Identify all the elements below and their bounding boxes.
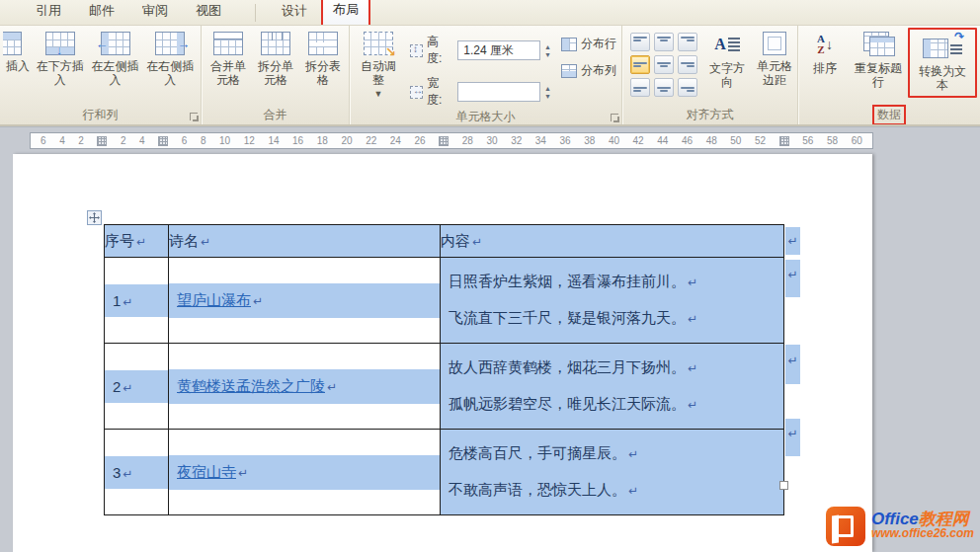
row-height-input[interactable]: 1.24 厘米	[457, 40, 540, 60]
poems-table[interactable]: 序号↵ 诗名↵ 内容↵ 1↵ 望庐山瀑布↵ 日照香炉生紫烟，遥看瀑布挂前川。↵ …	[104, 224, 784, 515]
table-boundary-marker	[779, 136, 789, 146]
table-resize-handle[interactable]	[779, 481, 788, 490]
tab-table-layout[interactable]: 布局	[321, 0, 370, 25]
cell-poem-title[interactable]: 黄鹤楼送孟浩然之广陵↵	[169, 344, 441, 430]
align-top-center-button[interactable]	[654, 33, 674, 51]
ruler-tick-label: 2	[121, 135, 126, 146]
cell-poem-title[interactable]: 夜宿山寺↵	[169, 430, 441, 515]
rows-columns-dialog-launcher[interactable]	[190, 113, 198, 120]
repeat-header-rows-icon	[863, 32, 893, 57]
convert-to-text-annotation-box: ↷ 转换为文本	[908, 28, 977, 98]
group-label-rows-columns: 行和列	[83, 107, 119, 123]
poem-link[interactable]: 夜宿山寺	[177, 463, 236, 480]
repeat-header-rows-button[interactable]: 重复标题行	[849, 28, 908, 92]
ruler-tick-label: 28	[462, 135, 473, 146]
header-cell-content[interactable]: 内容↵	[441, 225, 784, 258]
ruler-tick-label: 44	[657, 135, 668, 146]
tab-references[interactable]: 引用	[22, 0, 75, 25]
text-direction-icon: A	[714, 32, 740, 57]
contextual-tab-divider	[255, 4, 256, 22]
cell-poem-content[interactable]: 故人西辞黄鹤楼，烟花三月下扬州。↵ 孤帆远影碧空尽，唯见长江天际流。↵	[441, 344, 784, 430]
align-center-right-button[interactable]	[678, 55, 697, 74]
group-label-merge: 合并	[264, 107, 287, 123]
insert-left-button[interactable]: ← 在左侧插入	[88, 28, 143, 90]
distribute-rows-button[interactable]: 分布行	[561, 36, 616, 52]
ruler-tick-label: 4	[59, 135, 65, 146]
ribbon-tab-bar: 引用 邮件 审阅 视图 设计 布局	[0, 0, 980, 26]
tab-table-design[interactable]: 设计	[268, 0, 321, 25]
group-data: AZ ↓ 排序 重复标题行	[798, 26, 980, 124]
convert-to-text-button[interactable]: ↷ 转换为文本	[911, 31, 974, 95]
cell-margins-button[interactable]: 单元格边距	[751, 28, 798, 90]
table-row: 3↵ 夜宿山寺↵ 危楼高百尺，手可摘星辰。↵ 不敢高声语，恐惊天上人。↵	[105, 430, 784, 515]
cell-row-number[interactable]: 3↵	[105, 430, 169, 515]
merge-cells-button[interactable]: 合并单元格	[204, 28, 252, 90]
row-end-marker: ↵	[785, 227, 800, 255]
column-width-label: 宽度:	[427, 75, 453, 109]
align-bottom-right-button[interactable]	[678, 78, 697, 97]
watermark: Office教程网 www.office26.com	[826, 507, 974, 546]
insert-right-icon: →	[155, 32, 185, 55]
split-cells-button[interactable]: 拆分单元格	[252, 28, 299, 90]
sort-button[interactable]: AZ ↓ 排序	[801, 28, 849, 77]
ruler-tick-label: 8	[201, 135, 206, 146]
office-logo-icon	[826, 507, 865, 546]
horizontal-ruler[interactable]: 6422468101214161820222426283032343638404…	[30, 132, 873, 149]
align-bottom-center-button[interactable]	[654, 78, 674, 97]
ruler-tick-label: 2	[78, 135, 84, 146]
cell-row-number[interactable]: 2↵	[105, 344, 169, 430]
autofit-button[interactable]: ↘ 自动调整 ▼	[353, 28, 404, 99]
insert-below-icon: ↓	[45, 32, 75, 55]
group-label-cell-size: 单元格大小	[456, 109, 516, 125]
cell-poem-content[interactable]: 危楼高百尺，手可摘星辰。↵ 不敢高声语，恐惊天上人。↵	[441, 430, 784, 515]
poem-link[interactable]: 望庐山瀑布	[177, 291, 251, 308]
distribute-columns-button[interactable]: 分布列	[561, 62, 616, 79]
ruler-tick-label: 36	[560, 135, 571, 146]
sort-az-icon: AZ ↓	[817, 32, 833, 57]
cell-size-dialog-launcher[interactable]	[611, 114, 618, 121]
header-cell-title[interactable]: 诗名↵	[169, 225, 441, 258]
insert-right-button[interactable]: → 在右侧插入	[142, 28, 198, 90]
word-window: 引用 邮件 审阅 视图 设计 布局 插入 ↓ 在下方插入 ← 在左侧插入	[0, 0, 980, 552]
ruler-tick-label: 38	[584, 135, 595, 146]
align-center-left-button[interactable]	[630, 55, 650, 74]
table-boundary-marker	[439, 136, 449, 146]
text-direction-button[interactable]: A 文字方向	[703, 28, 751, 92]
autofit-dropdown-caret: ▼	[374, 92, 383, 97]
cell-poem-content[interactable]: 日照香炉生紫烟，遥看瀑布挂前川。↵ 飞流直下三千尺，疑是银河落九天。↵	[441, 258, 784, 344]
ruler-tick-label: 42	[633, 135, 644, 146]
row-height-icon	[410, 44, 423, 57]
align-bottom-left-button[interactable]	[630, 78, 650, 97]
row-height-spinner[interactable]: ▲▼	[544, 43, 551, 58]
align-center-center-button[interactable]	[654, 55, 674, 74]
ruler-tick-label: 52	[755, 135, 766, 146]
insert-above-button[interactable]: 插入	[3, 28, 33, 75]
table-header-row: 序号↵ 诗名↵ 内容↵	[105, 225, 784, 258]
column-width-spinner[interactable]: ▲▼	[544, 85, 551, 100]
column-width-input[interactable]	[457, 82, 540, 102]
tab-view[interactable]: 视图	[182, 0, 235, 25]
distribute-columns-icon	[561, 64, 577, 78]
tab-review[interactable]: 审阅	[128, 0, 182, 25]
align-top-right-button[interactable]	[678, 33, 697, 51]
ruler-tick-label: 24	[390, 135, 401, 146]
ruler-tick-label: 10	[219, 135, 230, 146]
tab-mailings[interactable]: 邮件	[75, 0, 128, 25]
ruler-tick-label: 22	[366, 135, 376, 146]
autofit-icon: ↘	[364, 32, 393, 55]
insert-left-icon: ←	[101, 32, 130, 55]
document-page[interactable]: 序号↵ 诗名↵ 内容↵ 1↵ 望庐山瀑布↵ 日照香炉生紫烟，遥看瀑布挂前川。↵ …	[13, 154, 872, 552]
align-top-left-button[interactable]	[630, 33, 650, 51]
poem-link[interactable]: 黄鹤楼送孟浩然之广陵	[177, 377, 325, 394]
ruler-tick-label: 46	[682, 135, 693, 146]
table-move-handle[interactable]	[87, 210, 102, 225]
header-cell-no[interactable]: 序号↵	[105, 225, 169, 258]
insert-below-button[interactable]: ↓ 在下方插入	[33, 28, 88, 90]
cell-row-number[interactable]: 1↵	[105, 258, 169, 344]
group-cell-size: ↘ 自动调整 ▼ 高度: 1.24 厘米 ▲▼ 宽度: ▲▼	[350, 26, 622, 124]
split-table-button[interactable]: 拆分表格	[299, 28, 347, 90]
cell-poem-title[interactable]: 望庐山瀑布↵	[169, 258, 441, 344]
row-end-marker: ↵	[785, 419, 800, 456]
merge-cells-icon	[213, 32, 243, 55]
ribbon: 插入 ↓ 在下方插入 ← 在左侧插入 → 在右侧插入 行和列	[0, 26, 980, 126]
